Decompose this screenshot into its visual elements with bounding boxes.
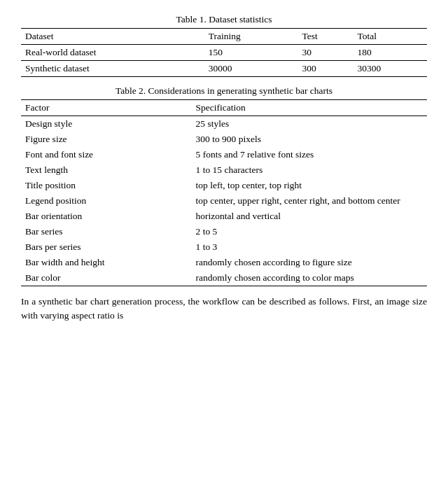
table-row: Bar series 2 to 5 bbox=[21, 224, 427, 239]
table1-cell: 180 bbox=[354, 45, 427, 61]
table1-header-row: Dataset Training Test Total bbox=[21, 29, 427, 45]
table1-cell: 30300 bbox=[354, 61, 427, 77]
table1-title: Table 1. Dataset statistics bbox=[21, 14, 427, 25]
table2-factor: Bar orientation bbox=[21, 209, 192, 224]
table-row: Synthetic dataset 30000 300 30300 bbox=[21, 61, 427, 77]
table2-col-factor: Factor bbox=[21, 100, 192, 116]
table-row: Title position top left, top center, top… bbox=[21, 178, 427, 193]
table-row: Text length 1 to 15 characters bbox=[21, 162, 427, 178]
table-row: Bar color randomly chosen according to c… bbox=[21, 270, 427, 286]
table2-title: Table 2. Considerations in generating sy… bbox=[21, 85, 427, 97]
table1-cell: Real-world dataset bbox=[21, 45, 204, 61]
table2-factor: Bar color bbox=[21, 270, 192, 286]
table2-factor: Font and font size bbox=[21, 147, 192, 162]
table2-header-row: Factor Specification bbox=[21, 100, 427, 116]
table-row: Bar orientation horizontal and vertical bbox=[21, 209, 427, 224]
table1-col-test: Test bbox=[298, 29, 353, 45]
table1-cell: 300 bbox=[298, 61, 353, 77]
table-row: Real-world dataset 150 30 180 bbox=[21, 45, 427, 61]
table-row: Bar width and height randomly chosen acc… bbox=[21, 255, 427, 270]
table-row: Bars per series 1 to 3 bbox=[21, 239, 427, 255]
table2-specification: horizontal and vertical bbox=[192, 209, 427, 224]
table2-specification: top left, top center, top right bbox=[192, 178, 427, 193]
table2-specification: 300 to 900 pixels bbox=[192, 132, 427, 147]
table2: Factor Specification Design style 25 sty… bbox=[21, 99, 427, 286]
table2-factor: Legend position bbox=[21, 193, 192, 209]
table1-cell: 30 bbox=[298, 45, 353, 61]
table2-specification: top center, upper right, center right, a… bbox=[192, 193, 427, 209]
table2-col-specification: Specification bbox=[192, 100, 427, 116]
table2-specification: 1 to 15 characters bbox=[192, 162, 427, 178]
table1-col-dataset: Dataset bbox=[21, 29, 204, 45]
table-row: Font and font size 5 fonts and 7 relativ… bbox=[21, 147, 427, 162]
table2-factor: Bars per series bbox=[21, 239, 192, 255]
table2-specification: randomly chosen according to color maps bbox=[192, 270, 427, 286]
table-row: Legend position top center, upper right,… bbox=[21, 193, 427, 209]
table-row: Figure size 300 to 900 pixels bbox=[21, 132, 427, 147]
table2-specification: randomly chosen according to figure size bbox=[192, 255, 427, 270]
table1: Dataset Training Test Total Real-world d… bbox=[21, 28, 427, 77]
body-paragraph: In a synthetic bar chart generation proc… bbox=[21, 295, 427, 323]
table2-factor: Bar series bbox=[21, 224, 192, 239]
table1-cell: Synthetic dataset bbox=[21, 61, 204, 77]
table1-cell: 30000 bbox=[204, 61, 298, 77]
table2-factor: Text length bbox=[21, 162, 192, 178]
table1-cell: 150 bbox=[204, 45, 298, 61]
table2-specification: 25 styles bbox=[192, 116, 427, 132]
table1-col-total: Total bbox=[354, 29, 427, 45]
table2-factor: Bar width and height bbox=[21, 255, 192, 270]
table1-col-training: Training bbox=[204, 29, 298, 45]
table-row: Design style 25 styles bbox=[21, 116, 427, 132]
table2-specification: 5 fonts and 7 relative font sizes bbox=[192, 147, 427, 162]
table2-factor: Title position bbox=[21, 178, 192, 193]
table2-specification: 1 to 3 bbox=[192, 239, 427, 255]
table2-factor: Figure size bbox=[21, 132, 192, 147]
table2-specification: 2 to 5 bbox=[192, 224, 427, 239]
page-content: Table 1. Dataset statistics Dataset Trai… bbox=[21, 14, 427, 323]
table2-factor: Design style bbox=[21, 116, 192, 132]
